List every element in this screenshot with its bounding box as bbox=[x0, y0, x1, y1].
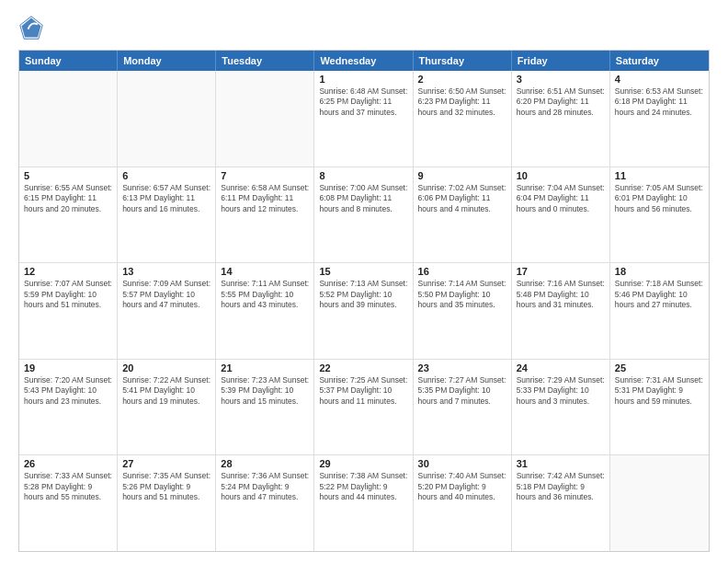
svg-marker-0 bbox=[22, 18, 41, 38]
day-info: Sunrise: 6:50 AM Sunset: 6:23 PM Dayligh… bbox=[418, 86, 506, 118]
day-cell-19: 19Sunrise: 7:20 AM Sunset: 5:43 PM Dayli… bbox=[19, 360, 118, 455]
day-cell-28: 28Sunrise: 7:36 AM Sunset: 5:24 PM Dayli… bbox=[216, 455, 314, 551]
day-cell-24: 24Sunrise: 7:29 AM Sunset: 5:33 PM Dayli… bbox=[512, 360, 610, 455]
day-info: Sunrise: 7:22 AM Sunset: 5:41 PM Dayligh… bbox=[122, 375, 210, 407]
calendar-row-4: 26Sunrise: 7:33 AM Sunset: 5:28 PM Dayli… bbox=[19, 454, 709, 551]
day-number: 19 bbox=[24, 362, 112, 373]
day-cell-26: 26Sunrise: 7:33 AM Sunset: 5:28 PM Dayli… bbox=[19, 455, 118, 551]
header bbox=[18, 15, 710, 40]
day-number: 21 bbox=[221, 362, 309, 373]
day-cell-31: 31Sunrise: 7:42 AM Sunset: 5:18 PM Dayli… bbox=[512, 455, 610, 551]
empty-cell-0-1 bbox=[118, 71, 216, 167]
day-info: Sunrise: 6:58 AM Sunset: 6:11 PM Dayligh… bbox=[221, 183, 309, 214]
day-number: 10 bbox=[517, 170, 605, 181]
day-info: Sunrise: 7:11 AM Sunset: 5:55 PM Dayligh… bbox=[221, 279, 309, 310]
calendar-header: SundayMondayTuesdayWednesdayThursdayFrid… bbox=[19, 51, 709, 71]
day-info: Sunrise: 6:53 AM Sunset: 6:18 PM Dayligh… bbox=[615, 86, 704, 118]
day-cell-20: 20Sunrise: 7:22 AM Sunset: 5:41 PM Dayli… bbox=[118, 360, 216, 455]
day-number: 27 bbox=[122, 458, 210, 469]
weekday-header-friday: Friday bbox=[512, 51, 610, 71]
day-info: Sunrise: 7:13 AM Sunset: 5:52 PM Dayligh… bbox=[319, 279, 407, 310]
calendar: SundayMondayTuesdayWednesdayThursdayFrid… bbox=[18, 50, 710, 552]
day-cell-3: 3Sunrise: 6:51 AM Sunset: 6:20 PM Daylig… bbox=[512, 71, 610, 167]
day-number: 24 bbox=[517, 362, 605, 373]
day-info: Sunrise: 7:23 AM Sunset: 5:39 PM Dayligh… bbox=[221, 375, 309, 407]
day-cell-10: 10Sunrise: 7:04 AM Sunset: 6:04 PM Dayli… bbox=[512, 167, 610, 263]
day-number: 22 bbox=[319, 362, 407, 373]
day-number: 29 bbox=[319, 458, 407, 469]
day-number: 28 bbox=[221, 458, 309, 469]
day-number: 6 bbox=[122, 170, 210, 181]
empty-cell-0-2 bbox=[216, 71, 314, 167]
day-info: Sunrise: 7:31 AM Sunset: 5:31 PM Dayligh… bbox=[615, 375, 704, 407]
day-cell-6: 6Sunrise: 6:57 AM Sunset: 6:13 PM Daylig… bbox=[118, 167, 216, 263]
day-info: Sunrise: 7:05 AM Sunset: 6:01 PM Dayligh… bbox=[615, 183, 704, 214]
day-info: Sunrise: 7:00 AM Sunset: 6:08 PM Dayligh… bbox=[319, 183, 407, 214]
day-number: 4 bbox=[615, 74, 704, 85]
day-number: 3 bbox=[517, 74, 605, 85]
day-cell-8: 8Sunrise: 7:00 AM Sunset: 6:08 PM Daylig… bbox=[314, 167, 413, 263]
day-number: 17 bbox=[517, 266, 605, 277]
day-cell-21: 21Sunrise: 7:23 AM Sunset: 5:39 PM Dayli… bbox=[216, 360, 314, 455]
day-info: Sunrise: 7:35 AM Sunset: 5:26 PM Dayligh… bbox=[122, 471, 210, 502]
day-number: 25 bbox=[615, 362, 704, 373]
day-number: 20 bbox=[122, 362, 210, 373]
day-number: 16 bbox=[418, 266, 506, 277]
calendar-row-1: 5Sunrise: 6:55 AM Sunset: 6:15 PM Daylig… bbox=[19, 167, 709, 263]
day-number: 8 bbox=[319, 170, 407, 181]
weekday-header-tuesday: Tuesday bbox=[216, 51, 314, 71]
day-cell-1: 1Sunrise: 6:48 AM Sunset: 6:25 PM Daylig… bbox=[314, 71, 413, 167]
day-cell-17: 17Sunrise: 7:16 AM Sunset: 5:48 PM Dayli… bbox=[512, 263, 610, 359]
day-info: Sunrise: 7:18 AM Sunset: 5:46 PM Dayligh… bbox=[615, 279, 704, 310]
day-cell-4: 4Sunrise: 6:53 AM Sunset: 6:18 PM Daylig… bbox=[610, 71, 709, 167]
day-number: 12 bbox=[24, 266, 112, 277]
day-cell-25: 25Sunrise: 7:31 AM Sunset: 5:31 PM Dayli… bbox=[610, 360, 709, 455]
day-number: 18 bbox=[615, 266, 704, 277]
weekday-header-sunday: Sunday bbox=[19, 51, 118, 71]
day-number: 15 bbox=[319, 266, 407, 277]
day-cell-12: 12Sunrise: 7:07 AM Sunset: 5:59 PM Dayli… bbox=[19, 263, 118, 359]
weekday-header-saturday: Saturday bbox=[610, 51, 709, 71]
day-info: Sunrise: 7:42 AM Sunset: 5:18 PM Dayligh… bbox=[517, 471, 605, 502]
day-info: Sunrise: 7:09 AM Sunset: 5:57 PM Dayligh… bbox=[122, 279, 210, 310]
day-info: Sunrise: 6:51 AM Sunset: 6:20 PM Dayligh… bbox=[517, 86, 605, 118]
day-info: Sunrise: 7:04 AM Sunset: 6:04 PM Dayligh… bbox=[517, 183, 605, 214]
day-cell-18: 18Sunrise: 7:18 AM Sunset: 5:46 PM Dayli… bbox=[610, 263, 709, 359]
day-cell-29: 29Sunrise: 7:38 AM Sunset: 5:22 PM Dayli… bbox=[314, 455, 413, 551]
day-cell-23: 23Sunrise: 7:27 AM Sunset: 5:35 PM Dayli… bbox=[414, 360, 512, 455]
day-info: Sunrise: 7:07 AM Sunset: 5:59 PM Dayligh… bbox=[24, 279, 112, 310]
logo bbox=[18, 15, 48, 40]
day-cell-7: 7Sunrise: 6:58 AM Sunset: 6:11 PM Daylig… bbox=[216, 167, 314, 263]
day-info: Sunrise: 7:38 AM Sunset: 5:22 PM Dayligh… bbox=[319, 471, 407, 502]
day-cell-30: 30Sunrise: 7:40 AM Sunset: 5:20 PM Dayli… bbox=[414, 455, 512, 551]
day-cell-27: 27Sunrise: 7:35 AM Sunset: 5:26 PM Dayli… bbox=[118, 455, 216, 551]
day-number: 31 bbox=[517, 458, 605, 469]
day-info: Sunrise: 6:48 AM Sunset: 6:25 PM Dayligh… bbox=[319, 86, 407, 118]
day-info: Sunrise: 7:27 AM Sunset: 5:35 PM Dayligh… bbox=[418, 375, 506, 407]
day-cell-14: 14Sunrise: 7:11 AM Sunset: 5:55 PM Dayli… bbox=[216, 263, 314, 359]
day-cell-5: 5Sunrise: 6:55 AM Sunset: 6:15 PM Daylig… bbox=[19, 167, 118, 263]
day-cell-13: 13Sunrise: 7:09 AM Sunset: 5:57 PM Dayli… bbox=[118, 263, 216, 359]
weekday-header-monday: Monday bbox=[118, 51, 216, 71]
day-number: 14 bbox=[221, 266, 309, 277]
day-cell-16: 16Sunrise: 7:14 AM Sunset: 5:50 PM Dayli… bbox=[414, 263, 512, 359]
day-number: 9 bbox=[418, 170, 506, 181]
day-number: 23 bbox=[418, 362, 506, 373]
day-info: Sunrise: 7:20 AM Sunset: 5:43 PM Dayligh… bbox=[24, 375, 112, 407]
day-info: Sunrise: 7:36 AM Sunset: 5:24 PM Dayligh… bbox=[221, 471, 309, 502]
calendar-body: 1Sunrise: 6:48 AM Sunset: 6:25 PM Daylig… bbox=[19, 71, 709, 551]
day-cell-2: 2Sunrise: 6:50 AM Sunset: 6:23 PM Daylig… bbox=[414, 71, 512, 167]
empty-cell-4-6 bbox=[610, 455, 709, 551]
weekday-header-thursday: Thursday bbox=[414, 51, 512, 71]
day-info: Sunrise: 7:40 AM Sunset: 5:20 PM Dayligh… bbox=[418, 471, 506, 502]
day-info: Sunrise: 7:16 AM Sunset: 5:48 PM Dayligh… bbox=[517, 279, 605, 310]
day-info: Sunrise: 6:57 AM Sunset: 6:13 PM Dayligh… bbox=[122, 183, 210, 214]
day-info: Sunrise: 7:33 AM Sunset: 5:28 PM Dayligh… bbox=[24, 471, 112, 502]
calendar-row-2: 12Sunrise: 7:07 AM Sunset: 5:59 PM Dayli… bbox=[19, 262, 709, 359]
day-number: 13 bbox=[122, 266, 210, 277]
day-number: 30 bbox=[418, 458, 506, 469]
day-cell-22: 22Sunrise: 7:25 AM Sunset: 5:37 PM Dayli… bbox=[314, 360, 413, 455]
day-cell-15: 15Sunrise: 7:13 AM Sunset: 5:52 PM Dayli… bbox=[314, 263, 413, 359]
day-number: 26 bbox=[24, 458, 112, 469]
day-info: Sunrise: 6:55 AM Sunset: 6:15 PM Dayligh… bbox=[24, 183, 112, 214]
